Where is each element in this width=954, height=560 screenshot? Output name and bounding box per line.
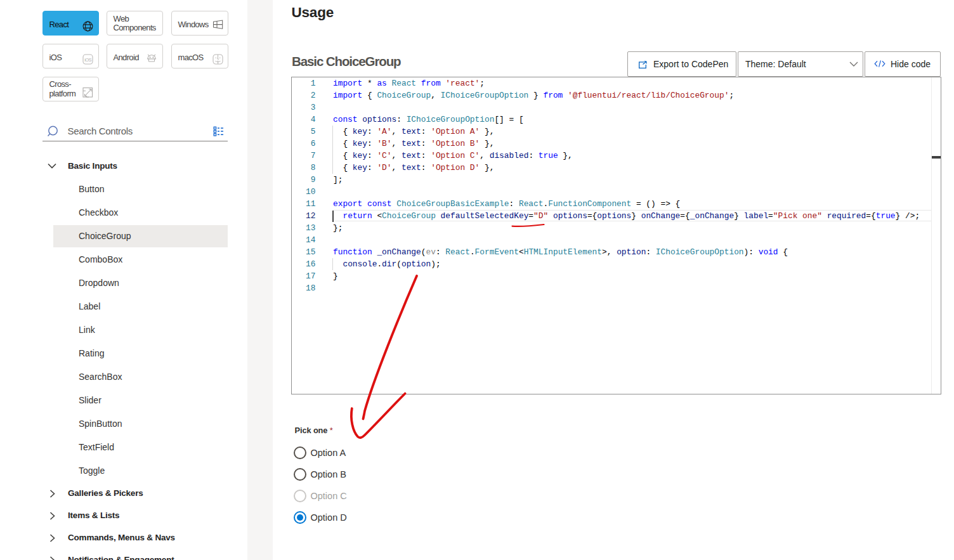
svg-text:iOS: iOS (84, 56, 91, 62)
